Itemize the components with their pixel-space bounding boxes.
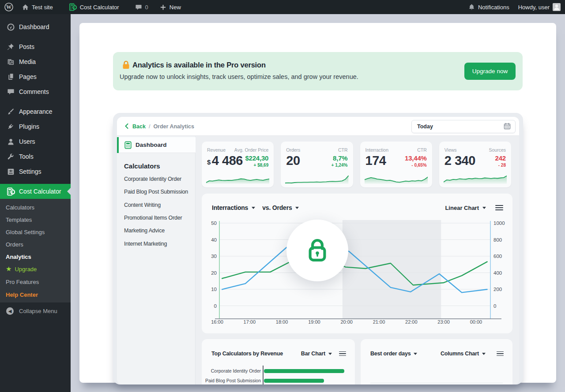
svg-text:600: 600 [493,254,502,259]
notifications-label: Notifications [478,4,509,11]
calculator-nav-icon [124,141,132,149]
svg-text:1000: 1000 [493,220,505,226]
pro-lock-overlay [286,220,348,281]
columns-chart-menu-icon[interactable] [497,351,504,356]
bar-label: Corporate Identity Order [211,368,261,373]
collapse-menu-button[interactable]: ◀ Collapse Menu [0,303,71,318]
sidebar-item-pages[interactable]: Pages [0,69,71,84]
caret-down-icon [328,353,332,355]
site-home-link[interactable]: Test site [18,0,57,14]
nav-item-promotional-items-order[interactable]: Promotional Items Order [124,215,182,221]
svg-text:10: 10 [211,287,217,292]
submenu-calculators[interactable]: Calculators [0,201,71,213]
svg-text:50: 50 [211,220,217,226]
best-order-days-dropdown[interactable]: Best order days [370,351,417,357]
stat-label-right: CTR [417,147,427,153]
sidebar-item-dashboard[interactable]: Dashboard [0,19,71,34]
banner-subtitle: Upgrade now to unlock insights, track us… [120,73,358,80]
submenu-orders[interactable]: Orders [0,238,71,250]
stat-label-right: CTR [338,147,348,153]
columns-chart-card: Best order days Columns Chart [361,339,512,385]
svg-text:20:00: 20:00 [340,319,353,325]
pro-banner: Analytics is available in the Pro versio… [113,52,523,90]
chevron-left-icon [124,123,128,130]
adminbar-cost-calculator[interactable]: Cost Calculator [64,0,124,14]
caret-down-icon [414,353,417,355]
bar-chart-type-dropdown[interactable]: Bar Chart [301,351,332,357]
howdy-label: Howdy, user [518,4,550,11]
main-chart-card: Interractions vs. Orders Linear Chart 50… [202,194,512,333]
columns-gridline [370,383,503,383]
stat-side-delta: - 28 [495,163,506,168]
date-range-value: Today [417,123,433,130]
adminbar-notifications[interactable]: Notifications [464,0,514,14]
stats-row: RevenueAvg. Order Price $4 486 $224,30+ … [202,142,511,187]
sidebar-item-media[interactable]: Media [0,54,71,69]
cost-calculator-icon [69,3,77,11]
svg-text:800: 800 [493,237,502,243]
sidebar-item-settings[interactable]: Settings [0,164,71,179]
preview-nav-dashboard[interactable]: Dashboard [117,137,196,153]
adminbar-account[interactable]: Howdy, user [514,0,565,14]
submenu-pro-features[interactable]: Pro Features [0,275,71,288]
svg-text:21:00: 21:00 [373,319,385,325]
avatar [553,3,561,11]
submenu-upgrade[interactable]: ★Upgrade [0,263,71,275]
comments-count: 0 [145,4,148,11]
stat-side-value: 242 [495,154,506,162]
preview-nav-dashboard-label: Dashboard [136,142,167,148]
svg-text:19:00: 19:00 [308,319,320,325]
media-icon [6,57,15,66]
submenu-help-center[interactable]: Help Center [0,288,71,301]
submenu-analytics[interactable]: Analytics [0,250,71,263]
sidebar-item-users[interactable]: Users [0,134,71,149]
adminbar-comments[interactable]: 0 [131,0,153,14]
bar-chart-menu-icon[interactable] [339,351,346,356]
sparkline-chart [444,170,507,184]
breadcrumb-current: Order Analytics [153,123,194,130]
preview-sidebar: Dashboard Calculators Corporate Identity… [117,136,196,385]
stat-value: $4 486 [207,154,243,168]
nav-item-content-writing[interactable]: Content Writing [124,202,161,208]
nav-item-marketing-advice[interactable]: Marketing Advice [124,228,165,234]
adminbar-plugin-label: Cost Calculator [80,4,119,11]
nav-item-corporate-identity-order[interactable]: Corporate Identity Order [124,176,181,182]
svg-text:20: 20 [211,270,217,276]
preview-header: Back / Order Analytics Today [117,117,519,136]
admin-bar: W Test site Cost Calculator 0 New [0,0,565,14]
sidebar-item-posts[interactable]: Posts [0,39,71,54]
adminbar-new[interactable]: New [155,0,185,14]
submenu-global-settings[interactable]: Global Settings [0,226,71,238]
wrench-icon [6,152,15,161]
stat-side-value: $224,30 [245,154,268,162]
breadcrumb-separator: / [149,123,150,130]
upgrade-now-button[interactable]: Upgrade now [464,63,516,80]
sidebar-item-cost-calculator[interactable]: Cost Calculator [0,184,71,199]
svg-text:0: 0 [214,303,217,309]
admin-sidebar: Calculators Templates Global Settings Or… [0,14,71,392]
date-range-select[interactable]: Today [411,120,516,133]
plugins-icon [6,122,15,131]
svg-text:00:00: 00:00 [470,319,482,325]
columns-chart-type-dropdown[interactable]: Columns Chart [441,351,486,357]
settings-icon [6,167,15,176]
dashboard-icon [6,22,15,31]
sidebar-item-plugins[interactable]: Plugins [0,119,71,134]
back-link[interactable]: Back [132,123,146,130]
submenu-templates[interactable]: Templates [0,213,71,226]
nav-item-paid-blog-post-submission[interactable]: Paid Blog Post Submission [124,189,188,195]
stat-label: Revenue [207,147,226,153]
user-icon [6,137,15,146]
wp-logo-button[interactable]: W [0,0,18,14]
svg-text:17:00: 17:00 [244,319,256,325]
lock-icon [302,235,333,266]
svg-text:0: 0 [493,303,496,309]
bar-row: Paid Blog Post Submission [202,377,355,384]
sidebar-item-tools[interactable]: Tools [0,149,71,164]
stat-card-revenue: RevenueAvg. Order Price $4 486 $224,30+ … [202,142,274,187]
calendar-icon [504,123,511,131]
stat-value: 174 [365,154,386,168]
sidebar-item-comments[interactable]: Comments [0,84,71,99]
sidebar-item-appearance[interactable]: Appearance [0,104,71,119]
nav-item-internet-marketing[interactable]: Internet Marketing [124,241,167,247]
